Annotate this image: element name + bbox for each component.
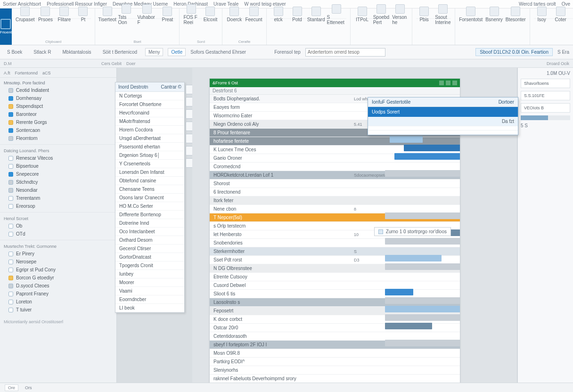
nav-item[interactable]: Stspendispct [0,102,116,110]
gantt-bar[interactable] [394,153,460,160]
tree-item[interactable]: Iunbey [115,270,184,278]
nav-tab[interactable]: Fortentonnd [15,71,38,75]
gantt-bar[interactable] [385,323,432,329]
tool-item[interactable]: Mbktantalosis [59,48,94,56]
nav-item[interactable]: Er Pirery [0,250,116,258]
task-row[interactable]: Shorost [210,180,460,188]
ribbon-button[interactable]: Isoy [534,7,550,22]
task-row[interactable]: Sleniynorhs [210,366,460,375]
gantt-bar[interactable] [385,212,460,219]
ribbon-button[interactable]: ITPoL [354,7,370,22]
mini-tab[interactable]: Cers Gebit [101,61,122,66]
nav-tab[interactable]: aCS [42,71,51,75]
tool-button[interactable]: Oetle [168,48,186,56]
tree-item[interactable]: LI beok [115,304,184,312]
nav-item[interactable]: Bipsertoue [0,162,116,170]
tool-item[interactable]: Stlack R [30,48,54,56]
tree-item[interactable]: Chensane Teens [115,185,184,194]
gantt-bar[interactable] [385,238,460,245]
tree-item[interactable]: Gecerol Ctirser [115,245,184,253]
tree-item[interactable]: Obtefond cansine [115,177,184,185]
tree-item[interactable]: Vaami [115,287,184,295]
gantt-bar[interactable] [385,314,460,321]
menu-item[interactable]: Wercd tartes orolt [519,1,556,7]
ribbon-button[interactable]: Feecunt [245,7,262,22]
gantt-bar[interactable] [385,170,460,177]
menu-item[interactable]: Ove [562,1,570,7]
tree-item[interactable]: Ursgd aDerdhertaat [115,134,184,143]
mini-tab[interactable]: Doer [126,61,136,66]
close-icon[interactable] [452,81,457,85]
right-chip[interactable]: VEOIots B [521,103,570,113]
mini-tab[interactable]: D.M [4,61,12,66]
info-pill[interactable]: Sboof D1LCh2 0.0I Oin. Feartion [475,48,553,56]
nav-item[interactable]: T tuiver [0,306,116,314]
task-row[interactable]: raknnel Fabeluots Deverhoimprnd srory [210,375,460,383]
properties-dialog[interactable]: IonfuF Gestertotile Dortoer Uodps Sorert… [368,97,518,135]
mini-tab[interactable]: Droard Ocik [547,61,569,66]
task-row[interactable]: Partkirg EODI^ [210,358,460,366]
gantt-bar[interactable] [385,306,460,312]
tree-item[interactable]: Oco Inteclanbeet [115,228,184,236]
tree-item[interactable]: HO M.Co Serter [115,202,184,211]
ribbon-button[interactable]: Elcoxit [202,7,218,22]
tree-item[interactable]: Lonersdn Den Infanst [115,168,184,177]
task-row[interactable]: Itork feter [210,196,460,205]
nav-item[interactable]: Rerente Gorgs [0,118,116,126]
ribbon-button[interactable]: Stantard [308,7,324,22]
doc-titlebar[interactable]: &Frorre ti Ost [210,79,460,87]
tool-item[interactable]: Söit t Bertenicod [99,48,140,56]
tree-item[interactable]: Horern Cocdora [115,126,184,134]
dialog-row[interactable]: Da fzt [368,117,518,126]
ribbon-button[interactable]: etck [270,7,286,22]
gantt-bar[interactable] [385,297,460,304]
col-header[interactable]: Bodts Diophergariasd. [210,96,351,101]
tree-item[interactable]: Dotrerine Innd [115,219,184,228]
tree-item[interactable]: MAotr/fratensd [115,117,184,126]
nav-item[interactable]: Snepecore [0,170,116,178]
ribbon-button[interactable]: Forsentotst [459,7,483,22]
ribbon-button[interactable]: Btesonter [506,7,526,22]
ribbon-button[interactable]: Vuhabor F [137,4,156,25]
ribbon-button[interactable]: Coter [553,7,569,22]
tool-item[interactable]: S Boek [4,48,25,56]
ribbon-button[interactable]: Prsoes [37,7,53,22]
right-chip[interactable]: S.S.101FE [521,91,570,100]
tree-item[interactable]: Tpogerds Cronit [115,261,184,270]
dialog-row[interactable] [368,131,518,135]
status-button[interactable]: Ore [5,384,18,391]
ribbon-button[interactable]: Potd [289,7,305,22]
gantt-bar[interactable] [385,340,460,346]
minimize-icon[interactable] [439,81,444,85]
tree-item[interactable]: Hevcrfconaind [115,109,184,117]
nav-tab[interactable]: A.ft [4,71,10,75]
ribbon-button[interactable]: Verson he [392,4,408,25]
menu-item[interactable]: Professionell Ressour Infiger [47,1,107,7]
ribbon-button[interactable]: Flitare [56,7,72,22]
tree-header-action[interactable]: Cantrar © [161,84,182,90]
nav-item[interactable]: Borcon G etoediyr [0,274,116,282]
task-row[interactable]: Etrente Cutsooy [210,273,460,281]
tree-item[interactable]: N Cortergs [115,92,184,100]
ribbon-button[interactable]: FOS F Reei [183,4,199,25]
tree-item[interactable]: Y Crsenerteols [115,160,184,168]
tree-item[interactable]: Drgenion Srtoay 6│ [115,151,184,160]
ribbon-button[interactable]: Tsts Oon [118,4,135,25]
ribbon-button[interactable]: Ssout Interine [435,4,451,25]
nav-item[interactable]: Loreton [0,298,116,306]
tree-item[interactable]: Moorer [115,278,184,287]
nav-item[interactable]: Trerentanm [0,194,116,202]
task-row[interactable]: Mosn O9R.8 [210,349,460,358]
gantt-bar[interactable] [385,289,413,295]
menu-item[interactable]: Sortier Ansichtsort [3,1,41,7]
ribbon-button[interactable]: Bsnenry [485,7,503,22]
right-chip[interactable]: Shavorltoens [521,79,570,88]
inline-toolbar[interactable]: Zurno 1 0 stortrprgo ror'dloos [374,227,451,236]
gantt-bar[interactable] [404,145,460,151]
tree-item[interactable]: Eoorndncber [115,295,184,304]
nav-item[interactable]: Ob [0,222,116,230]
tree-item[interactable]: Oxthard Desorn [115,236,184,245]
ribbon-button[interactable]: Pt [75,7,91,22]
nav-item[interactable]: Stichndtcy [0,178,116,186]
nav-item[interactable]: Ceotid Indiatent [0,86,116,94]
